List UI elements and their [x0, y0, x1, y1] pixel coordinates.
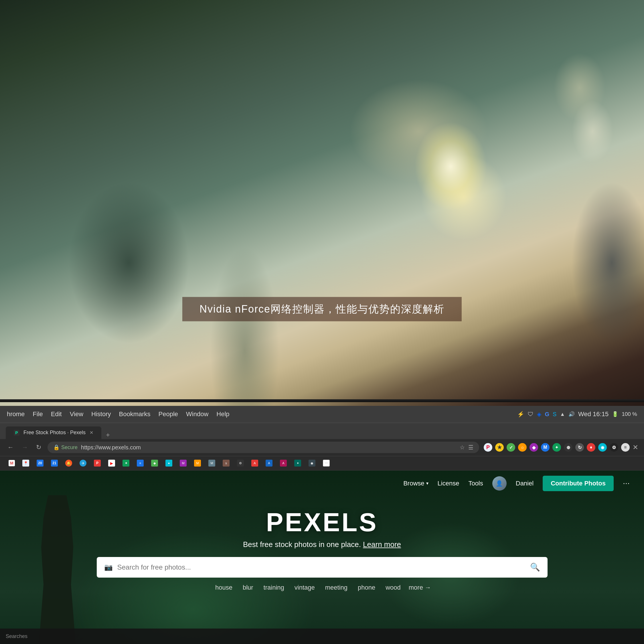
tools-nav-link[interactable]: Tools — [468, 480, 483, 487]
contribute-photos-button[interactable]: Contribute Photos — [543, 476, 614, 491]
bookmark-pdf[interactable]: P — [91, 459, 104, 468]
browse-nav-link[interactable]: Browse ▾ — [403, 480, 428, 487]
license-nav-link[interactable]: License — [438, 480, 459, 487]
chinese-text-overlay: Nvidia nForce网络控制器，性能与优势的深度解析 — [182, 297, 462, 321]
bookmark-b9[interactable]: A — [248, 459, 261, 468]
wifi-icon: ⚡ — [517, 411, 524, 418]
bookmark-b11[interactable]: A — [277, 459, 290, 468]
bookmark-b2[interactable]: ◆ — [148, 459, 161, 468]
bookmark-b7[interactable]: s — [220, 459, 232, 468]
notif-favicon: 🔔 — [65, 460, 72, 467]
cal2-favicon: 21 — [51, 460, 58, 467]
active-tab[interactable]: P Free Stock Photos · Pexels ✕ — [6, 426, 101, 439]
pexels-search-bar[interactable]: 📷 🔍 — [97, 557, 548, 578]
tab-favicon: P — [14, 430, 19, 436]
menu-window[interactable]: Window — [186, 410, 208, 418]
menu-file[interactable]: File — [33, 410, 43, 418]
ext-purple[interactable]: ◆ — [530, 443, 538, 452]
user-avatar[interactable]: 👤 — [492, 476, 507, 491]
new-tab-button[interactable]: ＋ — [105, 430, 111, 439]
menu-bookmarks[interactable]: Bookmarks — [119, 410, 150, 418]
screen-bezel — [0, 399, 644, 402]
menu-chrome[interactable]: hrome — [7, 410, 25, 418]
chinese-text: Nvidia nForce网络控制器，性能与优势的深度解析 — [199, 303, 445, 315]
battery-percent: 100 % — [622, 411, 637, 417]
close-x-icon[interactable]: ✕ — [633, 443, 638, 451]
bookmark-b4[interactable]: M — [177, 459, 189, 468]
learn-more-link[interactable]: Learn more — [363, 540, 401, 549]
tab-close-button[interactable]: ✕ — [90, 430, 93, 435]
b3-favicon: ● — [165, 460, 172, 467]
quick-tag-wood[interactable]: wood — [383, 583, 403, 592]
star-icon[interactable]: ☆ — [460, 444, 465, 451]
quick-tag-house[interactable]: house — [213, 583, 235, 592]
secure-indicator: 🔒 Secure — [53, 444, 78, 451]
volume-icon: 🔊 — [568, 411, 575, 417]
bookmark-b8[interactable]: ⚙ — [234, 459, 247, 468]
browser-window: hrome File Edit View History Bookmarks P… — [0, 406, 644, 644]
ext-orange[interactable]: ☼ — [518, 443, 527, 452]
more-options-button[interactable]: ⋯ — [623, 479, 630, 487]
ext-green[interactable]: ✓ — [507, 443, 515, 452]
ext-pinterest[interactable]: P — [484, 443, 492, 452]
bookmark-b5[interactable]: M — [191, 459, 204, 468]
avatar-icon: 👤 — [496, 480, 503, 487]
tg-favicon: ✈ — [80, 460, 86, 467]
ext-light[interactable]: ≡ — [621, 443, 630, 452]
bookmark-b13[interactable]: ◉ — [306, 459, 318, 468]
b5-favicon: M — [194, 460, 201, 467]
bookmark-b10[interactable]: A — [263, 459, 275, 468]
quick-search-tags: house blur training vintage meeting phon… — [0, 583, 644, 592]
quick-tag-vintage[interactable]: vintage — [292, 583, 317, 592]
ext-dark2[interactable]: ↻ — [575, 443, 584, 452]
cal1-favicon: 20 — [37, 460, 44, 467]
search-input[interactable] — [117, 563, 526, 571]
back-button[interactable]: ← — [6, 442, 15, 453]
menu-edit[interactable]: Edit — [51, 410, 62, 418]
url-bar[interactable]: 🔒 Secure https://www.pexels.com ☆ ☰ — [48, 442, 479, 453]
bookmark-b3[interactable]: ● — [163, 459, 175, 468]
forward-button[interactable]: → — [20, 442, 30, 453]
quick-tag-meeting[interactable]: meeting — [323, 583, 350, 592]
skype-icon: S — [553, 411, 556, 418]
url-text: https://www.pexels.com — [81, 444, 141, 451]
bookmark-b14[interactable]: ⋯ — [320, 459, 333, 468]
quick-tag-blur[interactable]: blur — [240, 583, 256, 592]
bookmark-b12[interactable]: ✦ — [291, 459, 304, 468]
bookmark-tg[interactable]: ✈ — [77, 459, 89, 468]
ext-blue1[interactable]: M — [541, 443, 550, 452]
yt-favicon: ▶ — [108, 460, 115, 467]
menu-view[interactable]: View — [70, 410, 83, 418]
quick-tag-phone[interactable]: phone — [355, 583, 378, 592]
gmail-favicon: M — [9, 460, 15, 466]
b13-favicon: ◉ — [309, 460, 315, 467]
ext-cyan[interactable]: ◉ — [598, 443, 607, 452]
bookmark-yt[interactable]: ▶ — [105, 459, 118, 468]
bookmark-sheets[interactable]: ✦ — [120, 459, 132, 468]
pexels-nav-links: Browse ▾ License Tools 👤 Daniel Contribu… — [403, 476, 630, 491]
reload-button[interactable]: ↻ — [34, 442, 43, 453]
ext-blue2[interactable]: ✦ — [552, 443, 561, 452]
bookmark-b6[interactable]: M — [206, 459, 218, 468]
b12-favicon: ✦ — [294, 460, 301, 467]
bookmark-b1[interactable]: ≡ — [134, 459, 147, 468]
menu-help[interactable]: Help — [216, 410, 229, 418]
reading-icon[interactable]: ☰ — [468, 444, 473, 451]
menu-people[interactable]: People — [159, 410, 178, 418]
ext-dark3[interactable]: ⚙ — [610, 443, 618, 452]
battery-icon: 🔋 — [612, 411, 618, 417]
bookmark-maps[interactable]: 📍 — [19, 459, 32, 468]
chrome-right-area: ⚡ 🛡 ◈ G S ▲ 🔊 Wed 16:15 🔋 100 % — [517, 410, 637, 418]
bookmark-gmail[interactable]: M — [6, 459, 18, 467]
ext-star[interactable]: ★ — [495, 443, 504, 452]
search-submit-button[interactable]: 🔍 — [530, 562, 540, 572]
quick-tag-training[interactable]: training — [261, 583, 287, 592]
bookmark-cal2[interactable]: 21 — [48, 459, 61, 468]
bookmark-notif[interactable]: 🔔 — [62, 459, 75, 468]
chrome-g-icon: G — [545, 411, 549, 418]
quick-tag-more[interactable]: more → — [409, 583, 431, 592]
menu-history[interactable]: History — [91, 410, 111, 418]
bookmark-cal1[interactable]: 20 — [34, 459, 46, 468]
ext-red[interactable]: ♦ — [587, 443, 595, 452]
ext-dark1[interactable]: ⊕ — [564, 443, 572, 452]
